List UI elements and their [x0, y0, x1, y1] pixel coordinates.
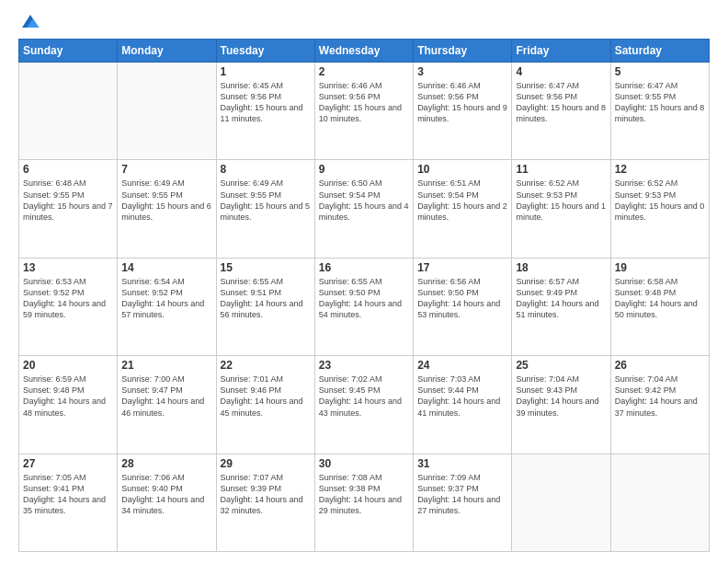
- calendar-cell: 28Sunrise: 7:06 AM Sunset: 9:40 PM Dayli…: [118, 454, 216, 551]
- day-number: 11: [516, 163, 606, 176]
- calendar-cell: 18Sunrise: 6:57 AM Sunset: 9:49 PM Dayli…: [512, 258, 610, 355]
- day-info: Sunrise: 7:03 AM Sunset: 9:44 PM Dayligh…: [417, 373, 507, 419]
- day-info: Sunrise: 6:48 AM Sunset: 9:55 PM Dayligh…: [23, 178, 113, 223]
- calendar-cell: 27Sunrise: 7:05 AM Sunset: 9:41 PM Dayli…: [19, 454, 118, 551]
- calendar-cell: 30Sunrise: 7:08 AM Sunset: 9:38 PM Dayli…: [314, 454, 413, 551]
- day-info: Sunrise: 6:57 AM Sunset: 9:49 PM Dayligh…: [516, 276, 606, 321]
- day-info: Sunrise: 7:04 AM Sunset: 9:42 PM Dayligh…: [615, 373, 705, 419]
- day-info: Sunrise: 6:46 AM Sunset: 9:56 PM Dayligh…: [417, 80, 507, 125]
- calendar-header-sunday: Sunday: [19, 40, 118, 63]
- calendar-cell: 21Sunrise: 7:00 AM Sunset: 9:47 PM Dayli…: [118, 356, 216, 454]
- day-number: 13: [23, 261, 113, 274]
- calendar-cell: 1Sunrise: 6:45 AM Sunset: 9:56 PM Daylig…: [216, 63, 314, 160]
- day-number: 4: [516, 65, 606, 78]
- day-info: Sunrise: 7:08 AM Sunset: 9:38 PM Dayligh…: [319, 472, 409, 517]
- calendar-cell: 23Sunrise: 7:02 AM Sunset: 9:45 PM Dayli…: [314, 356, 413, 454]
- day-number: 19: [615, 261, 705, 274]
- day-number: 24: [417, 359, 507, 372]
- calendar-cell: 11Sunrise: 6:52 AM Sunset: 9:53 PM Dayli…: [512, 160, 610, 258]
- calendar-cell: 22Sunrise: 7:01 AM Sunset: 9:46 PM Dayli…: [216, 356, 314, 454]
- day-number: 25: [516, 359, 606, 372]
- day-info: Sunrise: 6:49 AM Sunset: 9:55 PM Dayligh…: [221, 178, 311, 223]
- calendar-table: SundayMondayTuesdayWednesdayThursdayFrid…: [18, 39, 710, 552]
- calendar-header-saturday: Saturday: [610, 40, 709, 63]
- calendar-cell: [610, 454, 709, 551]
- calendar-header-tuesday: Tuesday: [216, 40, 314, 63]
- day-number: 28: [121, 457, 211, 470]
- calendar-week-row: 27Sunrise: 7:05 AM Sunset: 9:41 PM Dayli…: [19, 454, 710, 551]
- calendar-header-monday: Monday: [118, 40, 216, 63]
- calendar-cell: 29Sunrise: 7:07 AM Sunset: 9:39 PM Dayli…: [216, 454, 314, 551]
- calendar-cell: 13Sunrise: 6:53 AM Sunset: 9:52 PM Dayli…: [19, 258, 118, 355]
- day-info: Sunrise: 6:59 AM Sunset: 9:48 PM Dayligh…: [23, 373, 113, 419]
- day-number: 23: [319, 359, 409, 372]
- calendar-cell: 9Sunrise: 6:50 AM Sunset: 9:54 PM Daylig…: [314, 160, 413, 258]
- calendar-cell: 5Sunrise: 6:47 AM Sunset: 9:55 PM Daylig…: [610, 63, 709, 160]
- calendar-cell: 17Sunrise: 6:56 AM Sunset: 9:50 PM Dayli…: [414, 258, 512, 355]
- day-info: Sunrise: 6:45 AM Sunset: 9:56 PM Dayligh…: [221, 80, 311, 125]
- calendar-cell: 2Sunrise: 6:46 AM Sunset: 9:56 PM Daylig…: [314, 63, 413, 160]
- day-info: Sunrise: 7:05 AM Sunset: 9:41 PM Dayligh…: [23, 472, 113, 517]
- calendar-cell: 14Sunrise: 6:54 AM Sunset: 9:52 PM Dayli…: [118, 258, 216, 355]
- day-info: Sunrise: 6:51 AM Sunset: 9:54 PM Dayligh…: [417, 178, 507, 223]
- calendar-cell: 12Sunrise: 6:52 AM Sunset: 9:53 PM Dayli…: [610, 160, 709, 258]
- day-number: 29: [221, 457, 311, 470]
- calendar-cell: 8Sunrise: 6:49 AM Sunset: 9:55 PM Daylig…: [216, 160, 314, 258]
- day-info: Sunrise: 6:55 AM Sunset: 9:50 PM Dayligh…: [319, 276, 409, 321]
- day-info: Sunrise: 7:04 AM Sunset: 9:43 PM Dayligh…: [516, 373, 606, 419]
- page: SundayMondayTuesdayWednesdayThursdayFrid…: [0, 0, 728, 563]
- day-number: 7: [121, 163, 211, 176]
- logo-text: [18, 15, 40, 31]
- day-info: Sunrise: 6:56 AM Sunset: 9:50 PM Dayligh…: [417, 276, 507, 321]
- day-number: 6: [23, 163, 113, 176]
- day-info: Sunrise: 6:55 AM Sunset: 9:51 PM Dayligh…: [221, 276, 311, 321]
- day-number: 22: [221, 359, 311, 372]
- calendar-header-row: SundayMondayTuesdayWednesdayThursdayFrid…: [19, 40, 710, 63]
- calendar-cell: [118, 63, 216, 160]
- day-info: Sunrise: 6:50 AM Sunset: 9:54 PM Dayligh…: [319, 178, 409, 223]
- calendar-cell: 16Sunrise: 6:55 AM Sunset: 9:50 PM Dayli…: [314, 258, 413, 355]
- calendar-cell: [512, 454, 610, 551]
- calendar-cell: 4Sunrise: 6:47 AM Sunset: 9:56 PM Daylig…: [512, 63, 610, 160]
- calendar-cell: 19Sunrise: 6:58 AM Sunset: 9:48 PM Dayli…: [610, 258, 709, 355]
- calendar-week-row: 20Sunrise: 6:59 AM Sunset: 9:48 PM Dayli…: [19, 356, 710, 454]
- day-info: Sunrise: 6:46 AM Sunset: 9:56 PM Dayligh…: [319, 80, 409, 125]
- calendar-cell: 15Sunrise: 6:55 AM Sunset: 9:51 PM Dayli…: [216, 258, 314, 355]
- calendar-cell: 24Sunrise: 7:03 AM Sunset: 9:44 PM Dayli…: [414, 356, 512, 454]
- day-info: Sunrise: 6:49 AM Sunset: 9:55 PM Dayligh…: [121, 178, 211, 223]
- day-info: Sunrise: 7:00 AM Sunset: 9:47 PM Dayligh…: [121, 373, 211, 419]
- calendar-cell: 10Sunrise: 6:51 AM Sunset: 9:54 PM Dayli…: [414, 160, 512, 258]
- calendar-cell: 3Sunrise: 6:46 AM Sunset: 9:56 PM Daylig…: [414, 63, 512, 160]
- day-info: Sunrise: 6:58 AM Sunset: 9:48 PM Dayligh…: [615, 276, 705, 321]
- day-number: 8: [221, 163, 311, 176]
- calendar-cell: 20Sunrise: 6:59 AM Sunset: 9:48 PM Dayli…: [19, 356, 118, 454]
- day-number: 3: [417, 65, 507, 78]
- day-info: Sunrise: 6:47 AM Sunset: 9:56 PM Dayligh…: [516, 80, 606, 125]
- calendar-cell: 26Sunrise: 7:04 AM Sunset: 9:42 PM Dayli…: [610, 356, 709, 454]
- day-number: 16: [319, 261, 409, 274]
- calendar-header-wednesday: Wednesday: [314, 40, 413, 63]
- logo: [18, 15, 40, 31]
- calendar-cell: 31Sunrise: 7:09 AM Sunset: 9:37 PM Dayli…: [414, 454, 512, 551]
- calendar-header-friday: Friday: [512, 40, 610, 63]
- day-number: 1: [221, 65, 311, 78]
- day-info: Sunrise: 6:53 AM Sunset: 9:52 PM Dayligh…: [23, 276, 113, 321]
- header: [18, 15, 710, 31]
- day-number: 21: [121, 359, 211, 372]
- day-number: 18: [516, 261, 606, 274]
- day-number: 27: [23, 457, 113, 470]
- day-number: 20: [23, 359, 113, 372]
- logo-icon: [20, 11, 40, 31]
- day-info: Sunrise: 7:02 AM Sunset: 9:45 PM Dayligh…: [319, 373, 409, 419]
- day-number: 14: [121, 261, 211, 274]
- calendar-week-row: 13Sunrise: 6:53 AM Sunset: 9:52 PM Dayli…: [19, 258, 710, 355]
- day-info: Sunrise: 7:06 AM Sunset: 9:40 PM Dayligh…: [121, 472, 211, 517]
- day-info: Sunrise: 6:52 AM Sunset: 9:53 PM Dayligh…: [516, 178, 606, 223]
- calendar-cell: 7Sunrise: 6:49 AM Sunset: 9:55 PM Daylig…: [118, 160, 216, 258]
- calendar-cell: [19, 63, 118, 160]
- day-number: 17: [417, 261, 507, 274]
- day-number: 31: [417, 457, 507, 470]
- calendar-cell: 25Sunrise: 7:04 AM Sunset: 9:43 PM Dayli…: [512, 356, 610, 454]
- calendar-week-row: 1Sunrise: 6:45 AM Sunset: 9:56 PM Daylig…: [19, 63, 710, 160]
- day-info: Sunrise: 7:01 AM Sunset: 9:46 PM Dayligh…: [221, 373, 311, 419]
